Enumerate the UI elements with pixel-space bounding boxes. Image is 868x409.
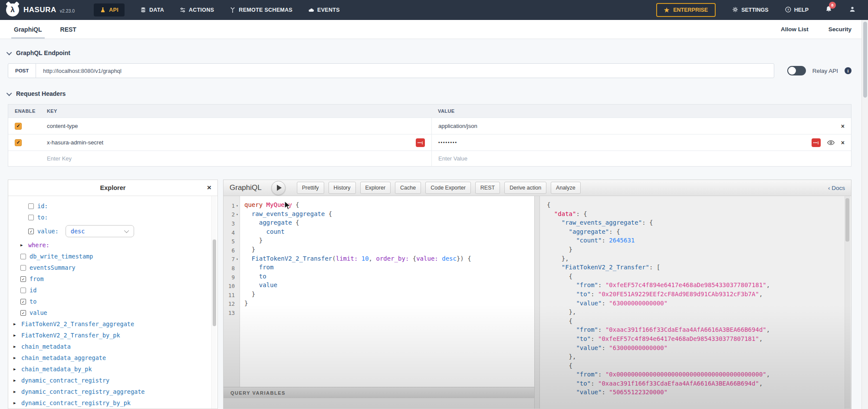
field-checkbox[interactable]: [20, 288, 26, 293]
expand-arrow-icon[interactable]: ▶: [13, 333, 18, 337]
hasura-logo-icon[interactable]: λ: [6, 3, 19, 16]
expand-arrow-icon[interactable]: ▶: [13, 344, 18, 349]
history-button[interactable]: History: [329, 182, 356, 194]
docs-link[interactable]: ‹ Docs: [828, 185, 845, 191]
query-editor[interactable]: 1▾2▾34567▾8910111213 query MyQuery { raw…: [224, 196, 534, 409]
header-key[interactable]: content-type: [47, 123, 78, 129]
new-header-key-input[interactable]: [47, 155, 387, 162]
new-header-value-input[interactable]: [438, 155, 804, 162]
remove-header-icon[interactable]: ×: [841, 140, 845, 146]
explorer-scrollbar[interactable]: [211, 196, 217, 409]
page-scrollbar-thumb[interactable]: [863, 22, 867, 98]
relay-api-toggle[interactable]: [787, 66, 806, 75]
nav-item-data[interactable]: DATA: [140, 7, 164, 13]
field-checkbox[interactable]: [20, 254, 26, 259]
fold-arrow-icon[interactable]: ▾: [235, 213, 240, 216]
gear-icon: [732, 7, 738, 14]
password-manager-icon[interactable]: •••|: [812, 138, 821, 147]
expand-arrow-icon[interactable]: ▶: [20, 243, 25, 247]
security-link[interactable]: Security: [829, 26, 852, 33]
allow-list-link[interactable]: Allow List: [781, 26, 809, 33]
field-label: FiatTokenV2_2_Transfer_aggregate: [21, 321, 134, 327]
execute-query-button[interactable]: [271, 181, 286, 195]
code-exporter-button[interactable]: Code Exporter: [425, 182, 471, 194]
field-checkbox[interactable]: [28, 229, 34, 234]
endpoint-url-input[interactable]: [36, 64, 773, 78]
nav-item-events[interactable]: EVENTS: [308, 7, 340, 13]
expand-arrow-icon[interactable]: ▶: [13, 322, 18, 326]
explorer-item-where[interactable]: ▶where:: [8, 239, 217, 251]
query-variables-editor[interactable]: [224, 398, 534, 409]
remove-header-icon[interactable]: ×: [841, 123, 845, 129]
explorer-item-to[interactable]: to:: [8, 212, 217, 223]
page-scrollbar[interactable]: [861, 20, 868, 409]
explorer-item-eventssummary[interactable]: eventsSummary: [8, 262, 217, 273]
help-button[interactable]: ? HELP: [785, 7, 809, 14]
tab-graphiql[interactable]: GraphiQL: [14, 20, 42, 39]
explorer-item-dynamic-contract-registry[interactable]: ▶dynamic_contract_registry: [8, 375, 217, 386]
explorer-item-chain-metadata[interactable]: ▶chain_metadata: [8, 341, 217, 352]
nav-item-api[interactable]: API: [94, 3, 125, 16]
field-checkbox[interactable]: [20, 299, 26, 304]
order-direction-select[interactable]: desc: [66, 225, 134, 237]
expand-arrow-icon[interactable]: ▶: [13, 367, 18, 371]
field-checkbox[interactable]: [20, 265, 26, 271]
expand-arrow-icon[interactable]: ▶: [13, 401, 18, 405]
explorer-item-dynamic-contract-registry-aggregate[interactable]: ▶dynamic_contract_registry_aggregate: [8, 386, 217, 397]
explorer-item-dynamic-contract-registry-by-pk[interactable]: ▶dynamic_contract_registry_by_pk: [8, 397, 217, 409]
explorer-item-value[interactable]: value:desc: [8, 223, 217, 239]
field-checkbox[interactable]: [20, 310, 26, 316]
explorer-item-chain-metadata-by-pk[interactable]: ▶chain_metadata_by_pk: [8, 363, 217, 375]
code-line: "data": {: [547, 210, 851, 219]
prettify-button[interactable]: Prettify: [297, 182, 324, 194]
derive-action-button[interactable]: Derive action: [504, 182, 546, 194]
header-value[interactable]: application/json: [438, 123, 477, 129]
explorer-item-fiattokenv2-2-transfer-by-pk[interactable]: ▶FiatTokenV2_2_Transfer_by_pk: [8, 330, 217, 341]
explorer-item-from[interactable]: from: [8, 273, 217, 285]
rest-button[interactable]: REST: [475, 182, 500, 194]
user-menu-button[interactable]: [849, 6, 856, 14]
info-icon[interactable]: i: [845, 67, 852, 74]
explorer-item-id[interactable]: id:: [8, 200, 217, 212]
reveal-value-eye-icon[interactable]: [827, 140, 835, 145]
settings-button[interactable]: SETTINGS: [732, 7, 769, 14]
header-key[interactable]: x-hasura-admin-secret: [47, 139, 103, 146]
explorer-item-db-write-timestamp[interactable]: db_write_timestamp: [8, 251, 217, 262]
headers-section-header[interactable]: Request Headers: [8, 90, 852, 97]
explorer-item-to[interactable]: to: [8, 296, 217, 307]
explorer-item-value[interactable]: value: [8, 307, 217, 318]
fold-arrow-icon[interactable]: ▾: [235, 204, 240, 208]
header-enable-checkbox[interactable]: [15, 139, 22, 146]
notifications-button[interactable]: 8: [825, 6, 832, 15]
explorer-button[interactable]: Explorer: [360, 182, 391, 194]
cache-button[interactable]: Cache: [395, 182, 421, 194]
field-checkbox[interactable]: [20, 276, 26, 282]
nav-item-actions[interactable]: ACTIONS: [180, 7, 214, 13]
explorer-item-chain-metadata-aggregate[interactable]: ▶chain_metadata_aggregate: [8, 352, 217, 363]
pane-resize-handle[interactable]: [534, 196, 540, 409]
analyze-button[interactable]: Analyze: [551, 182, 580, 194]
field-label: value:: [37, 228, 59, 235]
expand-arrow-icon[interactable]: ▶: [13, 378, 18, 383]
nav-item-remote-schemas[interactable]: REMOTE SCHEMAS: [230, 7, 293, 13]
code-line: "count": 2645631: [547, 237, 851, 246]
enterprise-button[interactable]: ★ ENTERPRISE: [656, 3, 716, 17]
expand-arrow-icon[interactable]: ▶: [13, 389, 18, 394]
close-icon[interactable]: ×: [207, 183, 211, 192]
tab-rest[interactable]: REST: [60, 20, 76, 39]
query-variables-bar[interactable]: QUERY VARIABLES: [224, 387, 534, 398]
fold-arrow-icon[interactable]: ▾: [235, 257, 240, 261]
endpoint-section-header[interactable]: GraphQL Endpoint: [8, 49, 852, 56]
response-scrollbar[interactable]: [845, 196, 850, 409]
expand-arrow-icon[interactable]: ▶: [13, 356, 18, 360]
query-code[interactable]: query MyQuery { raw_events_aggregate { a…: [240, 196, 534, 387]
header-enable-checkbox[interactable]: [15, 123, 22, 130]
field-checkbox[interactable]: [28, 215, 34, 220]
header-row-x-hasura-admin-secret: x-hasura-admin-secret•••|•••••••••••|×: [8, 134, 851, 151]
header-value[interactable]: ••••••••: [438, 140, 457, 145]
line-number: 8: [224, 264, 240, 273]
password-manager-icon[interactable]: •••|: [416, 138, 425, 147]
explorer-item-id[interactable]: id: [8, 285, 217, 296]
explorer-item-fiattokenv2-2-transfer-aggregate[interactable]: ▶FiatTokenV2_2_Transfer_aggregate: [8, 318, 217, 330]
field-checkbox[interactable]: [28, 203, 34, 209]
